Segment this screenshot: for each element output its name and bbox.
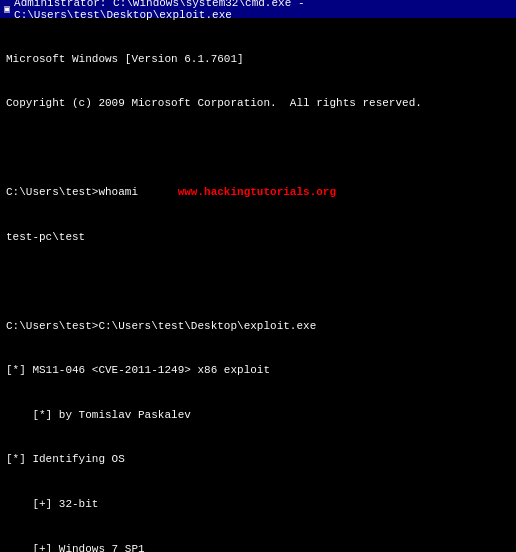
line-4: test-pc\test [6,230,510,245]
hacking-url: www.hackingtutorials.org [178,186,336,198]
line-8: [*] by Tomislav Paskalev [6,408,510,423]
line-6: C:\Users\test>C:\Users\test\Desktop\expl… [6,319,510,334]
line-9: [*] Identifying OS [6,452,510,467]
title-bar: ▣ Administrator: C:\Windows\system32\cmd… [0,0,516,18]
line-10: [+] 32-bit [6,497,510,512]
line-1: Copyright (c) 2009 Microsoft Corporation… [6,96,510,111]
line-3: C:\Users\test>whoami www.hackingtutorial… [6,185,510,200]
line-2 [6,141,510,156]
title-bar-label: Administrator: C:\Windows\system32\cmd.e… [14,0,512,21]
whoami-command: C:\Users\test>whoami [6,186,138,198]
title-bar-icon: ▣ [4,3,10,15]
line-7: [*] MS11-046 <CVE-2011-1249> x86 exploit [6,363,510,378]
terminal-window[interactable]: Microsoft Windows [Version 6.1.7601] Cop… [0,18,516,552]
line-11: [+] Windows 7 SP1 [6,542,510,552]
line-0: Microsoft Windows [Version 6.1.7601] [6,52,510,67]
line-5 [6,274,510,289]
